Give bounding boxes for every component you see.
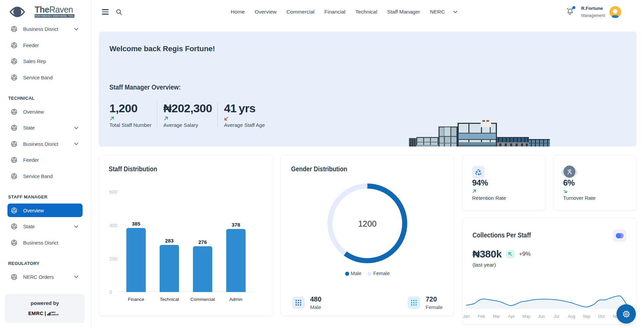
svg-text:GROUP: GROUP [51, 314, 58, 316]
svg-text:1200: 1200 [358, 219, 377, 228]
svg-text:MRC: MRC [51, 311, 56, 313]
